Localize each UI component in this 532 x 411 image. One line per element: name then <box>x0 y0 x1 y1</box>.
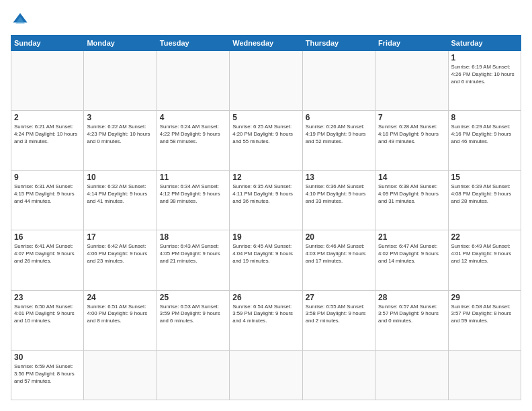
day-number: 27 <box>306 293 372 302</box>
day-info: Sunrise: 6:53 AM Sunset: 3:59 PM Dayligh… <box>160 304 226 326</box>
calendar-cell: 21Sunrise: 6:47 AM Sunset: 4:02 PM Dayli… <box>375 230 448 290</box>
day-number: 13 <box>306 173 372 182</box>
weekday-header-saturday: Saturday <box>448 36 521 51</box>
calendar-cell: 23Sunrise: 6:50 AM Sunset: 4:01 PM Dayli… <box>11 290 84 350</box>
weekday-header-friday: Friday <box>375 36 448 51</box>
day-number: 7 <box>378 113 445 122</box>
calendar-cell: 16Sunrise: 6:41 AM Sunset: 4:07 PM Dayli… <box>11 230 84 290</box>
day-number: 18 <box>160 232 226 242</box>
calendar-cell: 8Sunrise: 6:29 AM Sunset: 4:16 PM Daylig… <box>448 111 521 171</box>
calendar-cell: 26Sunrise: 6:54 AM Sunset: 3:59 PM Dayli… <box>230 290 302 350</box>
calendar-cell: 27Sunrise: 6:55 AM Sunset: 3:58 PM Dayli… <box>302 290 375 350</box>
calendar-table: SundayMondayTuesdayWednesdayThursdayFrid… <box>11 35 521 400</box>
day-number: 28 <box>378 293 445 302</box>
calendar-cell: 3Sunrise: 6:22 AM Sunset: 4:23 PM Daylig… <box>84 111 157 171</box>
day-number: 6 <box>306 113 372 122</box>
day-info: Sunrise: 6:38 AM Sunset: 4:09 PM Dayligh… <box>378 183 445 205</box>
calendar-cell: 1Sunrise: 6:19 AM Sunset: 4:26 PM Daylig… <box>448 51 521 111</box>
weekday-header-row: SundayMondayTuesdayWednesdayThursdayFrid… <box>11 36 521 51</box>
calendar-cell: 12Sunrise: 6:35 AM Sunset: 4:11 PM Dayli… <box>230 171 302 230</box>
calendar-cell: 14Sunrise: 6:38 AM Sunset: 4:09 PM Dayli… <box>375 171 448 230</box>
calendar-cell: 15Sunrise: 6:39 AM Sunset: 4:08 PM Dayli… <box>448 171 521 230</box>
day-info: Sunrise: 6:31 AM Sunset: 4:15 PM Dayligh… <box>14 183 81 205</box>
day-info: Sunrise: 6:46 AM Sunset: 4:03 PM Dayligh… <box>306 243 372 265</box>
day-number: 9 <box>14 173 81 182</box>
day-info: Sunrise: 6:57 AM Sunset: 3:57 PM Dayligh… <box>378 304 445 326</box>
logo-icon <box>11 11 30 30</box>
day-number: 30 <box>14 353 81 362</box>
day-number: 4 <box>160 113 226 122</box>
calendar-week-row: 16Sunrise: 6:41 AM Sunset: 4:07 PM Dayli… <box>11 230 521 290</box>
day-number: 29 <box>451 293 518 302</box>
calendar-cell <box>84 350 157 400</box>
calendar-cell: 30Sunrise: 6:59 AM Sunset: 3:56 PM Dayli… <box>11 350 84 400</box>
day-number: 10 <box>87 173 153 182</box>
day-number: 11 <box>160 173 226 182</box>
day-info: Sunrise: 6:32 AM Sunset: 4:14 PM Dayligh… <box>87 183 153 205</box>
calendar-cell: 22Sunrise: 6:49 AM Sunset: 4:01 PM Dayli… <box>448 230 521 290</box>
weekday-header-wednesday: Wednesday <box>230 36 302 51</box>
day-number: 26 <box>232 293 299 302</box>
calendar-cell: 18Sunrise: 6:43 AM Sunset: 4:05 PM Dayli… <box>157 230 229 290</box>
weekday-header-sunday: Sunday <box>11 36 84 51</box>
calendar-cell: 29Sunrise: 6:58 AM Sunset: 3:57 PM Dayli… <box>448 290 521 350</box>
calendar-cell <box>375 350 448 400</box>
day-number: 20 <box>306 232 372 242</box>
day-info: Sunrise: 6:50 AM Sunset: 4:01 PM Dayligh… <box>14 304 81 326</box>
day-number: 23 <box>14 293 81 302</box>
calendar-cell: 11Sunrise: 6:34 AM Sunset: 4:12 PM Dayli… <box>157 171 229 230</box>
calendar-cell: 24Sunrise: 6:51 AM Sunset: 4:00 PM Dayli… <box>84 290 157 350</box>
calendar-week-row: 23Sunrise: 6:50 AM Sunset: 4:01 PM Dayli… <box>11 290 521 350</box>
day-number: 25 <box>160 293 226 302</box>
day-info: Sunrise: 6:58 AM Sunset: 3:57 PM Dayligh… <box>451 304 518 326</box>
header <box>11 11 521 30</box>
weekday-header-thursday: Thursday <box>302 36 375 51</box>
day-number: 8 <box>451 113 518 122</box>
calendar-cell: 9Sunrise: 6:31 AM Sunset: 4:15 PM Daylig… <box>11 171 84 230</box>
day-number: 5 <box>232 113 299 122</box>
calendar-cell: 19Sunrise: 6:45 AM Sunset: 4:04 PM Dayli… <box>230 230 302 290</box>
calendar-cell <box>11 51 84 111</box>
calendar-cell <box>157 350 229 400</box>
day-info: Sunrise: 6:35 AM Sunset: 4:11 PM Dayligh… <box>232 183 299 205</box>
calendar-cell: 2Sunrise: 6:21 AM Sunset: 4:24 PM Daylig… <box>11 111 84 171</box>
day-info: Sunrise: 6:34 AM Sunset: 4:12 PM Dayligh… <box>160 183 226 205</box>
day-info: Sunrise: 6:43 AM Sunset: 4:05 PM Dayligh… <box>160 243 226 265</box>
day-info: Sunrise: 6:21 AM Sunset: 4:24 PM Dayligh… <box>14 124 81 146</box>
calendar-cell: 7Sunrise: 6:28 AM Sunset: 4:18 PM Daylig… <box>375 111 448 171</box>
calendar-cell: 28Sunrise: 6:57 AM Sunset: 3:57 PM Dayli… <box>375 290 448 350</box>
day-info: Sunrise: 6:25 AM Sunset: 4:20 PM Dayligh… <box>232 124 299 146</box>
day-number: 21 <box>378 232 445 242</box>
day-number: 1 <box>451 53 518 62</box>
day-number: 2 <box>14 113 81 122</box>
calendar-week-row: 9Sunrise: 6:31 AM Sunset: 4:15 PM Daylig… <box>11 171 521 230</box>
day-info: Sunrise: 6:29 AM Sunset: 4:16 PM Dayligh… <box>451 124 518 146</box>
calendar-week-row: 30Sunrise: 6:59 AM Sunset: 3:56 PM Dayli… <box>11 350 521 400</box>
day-info: Sunrise: 6:28 AM Sunset: 4:18 PM Dayligh… <box>378 124 445 146</box>
calendar-cell <box>302 350 375 400</box>
day-number: 16 <box>14 232 81 242</box>
page: SundayMondayTuesdayWednesdayThursdayFrid… <box>0 0 532 411</box>
day-info: Sunrise: 6:24 AM Sunset: 4:22 PM Dayligh… <box>160 124 226 146</box>
calendar-cell: 10Sunrise: 6:32 AM Sunset: 4:14 PM Dayli… <box>84 171 157 230</box>
day-info: Sunrise: 6:41 AM Sunset: 4:07 PM Dayligh… <box>14 243 81 265</box>
weekday-header-tuesday: Tuesday <box>157 36 229 51</box>
calendar-cell: 6Sunrise: 6:26 AM Sunset: 4:19 PM Daylig… <box>302 111 375 171</box>
day-number: 24 <box>87 293 153 302</box>
day-info: Sunrise: 6:54 AM Sunset: 3:59 PM Dayligh… <box>232 304 299 326</box>
calendar-cell: 17Sunrise: 6:42 AM Sunset: 4:06 PM Dayli… <box>84 230 157 290</box>
calendar-cell <box>375 51 448 111</box>
calendar-cell: 5Sunrise: 6:25 AM Sunset: 4:20 PM Daylig… <box>230 111 302 171</box>
calendar-cell <box>230 350 302 400</box>
calendar-cell: 13Sunrise: 6:36 AM Sunset: 4:10 PM Dayli… <box>302 171 375 230</box>
calendar-cell <box>448 350 521 400</box>
day-info: Sunrise: 6:47 AM Sunset: 4:02 PM Dayligh… <box>378 243 445 265</box>
day-info: Sunrise: 6:19 AM Sunset: 4:26 PM Dayligh… <box>451 64 518 86</box>
calendar-cell: 20Sunrise: 6:46 AM Sunset: 4:03 PM Dayli… <box>302 230 375 290</box>
day-info: Sunrise: 6:45 AM Sunset: 4:04 PM Dayligh… <box>232 243 299 265</box>
day-info: Sunrise: 6:55 AM Sunset: 3:58 PM Dayligh… <box>306 304 372 326</box>
calendar-cell: 4Sunrise: 6:24 AM Sunset: 4:22 PM Daylig… <box>157 111 229 171</box>
day-number: 12 <box>232 173 299 182</box>
day-info: Sunrise: 6:59 AM Sunset: 3:56 PM Dayligh… <box>14 363 81 385</box>
day-info: Sunrise: 6:36 AM Sunset: 4:10 PM Dayligh… <box>306 183 372 205</box>
